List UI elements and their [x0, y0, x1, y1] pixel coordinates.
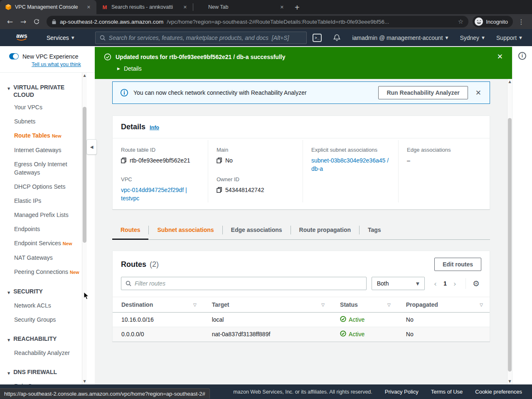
- next-page-icon[interactable]: ›: [453, 279, 456, 288]
- details-info-link[interactable]: Info: [150, 125, 159, 131]
- column-header-label: Destination: [121, 301, 153, 308]
- routes-title: Routes: [121, 260, 146, 269]
- sidebar-collapse-button[interactable]: ◀: [86, 139, 97, 155]
- copy-icon[interactable]: [121, 157, 127, 165]
- copy-icon[interactable]: [217, 187, 222, 195]
- scroll-down-icon[interactable]: ▼: [508, 379, 511, 384]
- footer-link-terms-of-use[interactable]: Terms of Use: [431, 389, 463, 395]
- sidebar-item-nat-gateways[interactable]: NAT Gateways: [0, 251, 95, 265]
- scroll-down-icon[interactable]: ▼: [83, 379, 86, 384]
- sidebar-section-title[interactable]: ▼DNS FIREWALL: [0, 367, 95, 379]
- copy-icon[interactable]: [217, 157, 222, 165]
- sidebar-item-peering-connections[interactable]: Peering ConnectionsNew: [0, 265, 95, 279]
- sidebar-item-dhcp-options-sets[interactable]: DHCP Options Sets: [0, 180, 95, 194]
- sidebar-item-managed-prefix-lists[interactable]: Managed Prefix Lists: [0, 208, 95, 222]
- page-number: 1: [443, 280, 447, 287]
- tab-close-icon[interactable]: ✕: [278, 4, 286, 11]
- table-row[interactable]: 0.0.0.0/0nat-0a837df3138ff889fActiveNo: [113, 327, 490, 342]
- run-reachability-analyzer-button[interactable]: Run Reachability Analyzer: [378, 86, 468, 99]
- sidebar-item-your-vpcs[interactable]: Your VPCs: [0, 100, 95, 114]
- column-header-propagated[interactable]: Propagated▽: [397, 297, 490, 313]
- tab-tags[interactable]: Tags: [360, 221, 389, 239]
- gmail-icon: M: [101, 4, 108, 10]
- help-info-icon[interactable]: i: [518, 52, 526, 60]
- scope-select[interactable]: Both ▼: [372, 277, 425, 290]
- sidebar-item-network-acls[interactable]: Network ACLs: [0, 298, 95, 313]
- column-header-destination[interactable]: Destination▽: [113, 297, 203, 313]
- table-settings-gear-icon[interactable]: ⚙: [471, 279, 481, 288]
- global-search-input[interactable]: [109, 34, 303, 41]
- new-vpc-experience-toggle[interactable]: [9, 53, 19, 59]
- browser-tab[interactable]: New Tab✕: [193, 0, 290, 14]
- column-header-target[interactable]: Target▽: [203, 297, 331, 313]
- detail-field: MainNo: [217, 147, 294, 165]
- refresh-icon[interactable]: [31, 16, 42, 27]
- sort-icon[interactable]: ▽: [193, 303, 197, 307]
- new-tab-button[interactable]: +: [290, 3, 305, 12]
- tab-close-icon[interactable]: ✕: [182, 4, 189, 11]
- aws-logo[interactable]: aws: [15, 32, 30, 43]
- main-scrollbar[interactable]: ▲ ▼: [507, 79, 512, 384]
- browser-menu-icon[interactable]: ⋮: [515, 18, 528, 26]
- prev-page-icon[interactable]: ‹: [434, 279, 437, 288]
- sidebar-item-egress-only-internet-gateways[interactable]: Egress Only Internet Gateways: [0, 157, 95, 180]
- footer-link-privacy-policy[interactable]: Privacy Policy: [385, 389, 419, 395]
- sidebar-item-endpoints[interactable]: Endpoints: [0, 222, 95, 236]
- cell-target-link[interactable]: nat-0a837df3138ff889f: [203, 327, 331, 342]
- global-search[interactable]: [95, 32, 307, 44]
- sort-icon[interactable]: ▽: [321, 303, 325, 307]
- region-menu[interactable]: Sydney▼: [454, 34, 490, 41]
- support-menu[interactable]: Support▼: [490, 34, 532, 41]
- tab-close-icon[interactable]: ✕: [85, 4, 92, 11]
- sidebar-item-subnets[interactable]: Subnets: [0, 114, 95, 128]
- cloudshell-button[interactable]: >_: [307, 34, 328, 42]
- account-menu[interactable]: iamadmin @ management-account▼: [346, 34, 454, 41]
- scroll-up-icon[interactable]: ▲: [83, 73, 86, 79]
- edit-routes-button[interactable]: Edit routes: [434, 258, 481, 271]
- sidebar-section-title[interactable]: ▼SECURITY: [0, 286, 95, 298]
- footer-link-cookie-preferences[interactable]: Cookie preferences: [475, 389, 522, 395]
- flashbar-close-icon[interactable]: ✕: [495, 52, 505, 61]
- detail-field-value-link[interactable]: vpc-014dd94725e2f29df | testvpc: [121, 186, 200, 202]
- url-bar[interactable]: ap-southeast-2.console.aws.amazon.com/vp…: [47, 16, 468, 27]
- bookmark-star-icon[interactable]: ☆: [458, 18, 463, 25]
- section-title-label: SECURITY: [13, 288, 43, 297]
- sidebar-item-security-groups[interactable]: Security Groups: [0, 313, 95, 327]
- tab-subnet-associations[interactable]: Subnet associations: [149, 221, 222, 239]
- sidebar-item-internet-gateways[interactable]: Internet Gateways: [0, 143, 95, 157]
- sort-icon[interactable]: ▽: [480, 303, 483, 307]
- alert-close-icon[interactable]: ✕: [473, 89, 484, 97]
- table-row[interactable]: 10.16.0.0/16localActiveNo: [113, 313, 490, 327]
- flashbar-details-expander[interactable]: ▶ Details: [117, 65, 505, 72]
- sidebar-item-endpoint-services[interactable]: Endpoint ServicesNew: [0, 236, 95, 251]
- sort-icon[interactable]: ▽: [387, 303, 391, 307]
- favicon: [198, 4, 205, 10]
- sidebar-item-route-tables[interactable]: Route TablesNew: [0, 128, 95, 143]
- filter-routes-input[interactable]: [135, 280, 362, 287]
- column-header-status[interactable]: Status▽: [331, 297, 397, 313]
- sidebar-section-title[interactable]: ▼VIRTUAL PRIVATE CLOUD: [0, 82, 95, 100]
- sidebar-item-rule-groups[interactable]: Rule GroupsNew: [0, 379, 95, 384]
- feedback-link[interactable]: Tell us what you think: [32, 62, 95, 67]
- tab-route-propagation[interactable]: Route propagation: [291, 221, 359, 239]
- sidebar-item-label: Egress Only Internet Gateways: [14, 161, 67, 176]
- tab-edge-associations[interactable]: Edge associations: [223, 221, 291, 239]
- sidebar-item-reachability-analyzer[interactable]: Reachability Analyzer: [0, 346, 95, 360]
- browser-tab[interactable]: VPC Management Console✕: [0, 0, 96, 14]
- browser-tab[interactable]: MSearch results - annkovatti✕: [96, 0, 193, 14]
- scroll-up-icon[interactable]: ▲: [508, 79, 511, 85]
- tab-routes[interactable]: Routes: [112, 221, 148, 239]
- chevron-down-icon: ▼: [71, 36, 74, 40]
- notifications-button[interactable]: [328, 34, 346, 42]
- back-icon[interactable]: ←: [4, 16, 16, 27]
- forward-icon[interactable]: →: [17, 16, 29, 27]
- cell-status: Active: [331, 327, 397, 342]
- sidebar-section-title[interactable]: ▼REACHABILITY: [0, 333, 95, 346]
- services-menu[interactable]: Services▼: [41, 29, 80, 46]
- detail-field-value-link[interactable]: subnet-03b8c304e92e36a45 / db-a: [311, 156, 390, 173]
- filter-routes-box[interactable]: [121, 277, 367, 290]
- sidebar-item-elastic-ips[interactable]: Elastic IPs: [0, 194, 95, 208]
- search-icon: [126, 281, 131, 286]
- cell-propagated: No: [397, 313, 490, 327]
- sidebar-scrollbar[interactable]: ▲ ▼: [82, 73, 87, 384]
